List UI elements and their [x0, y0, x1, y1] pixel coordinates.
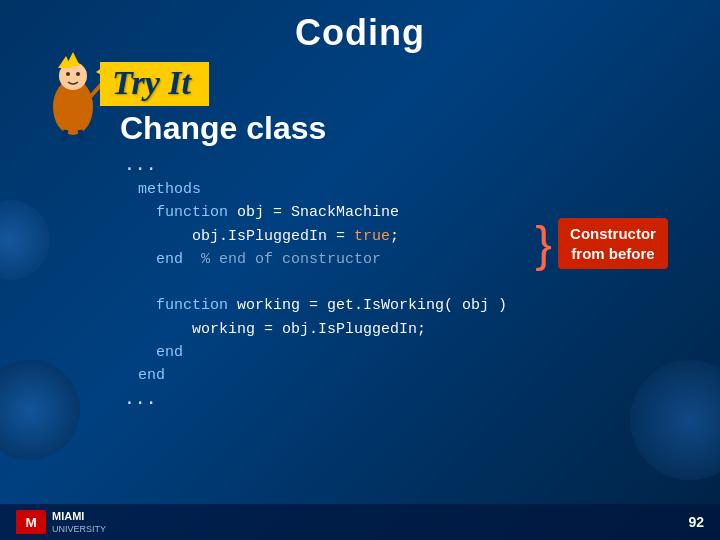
- code-semicolon: ;: [390, 228, 399, 245]
- code-block: methods function obj = SnackMachine obj.…: [120, 178, 660, 387]
- code-line-6: function working = get.IsWorking( obj ): [120, 294, 660, 317]
- bottom-bar: M MIAMI UNIVERSITY 92: [0, 504, 720, 540]
- working-assign: working = obj.IsPluggedIn;: [120, 321, 426, 338]
- try-it-banner: Try It: [100, 62, 209, 106]
- working-var: working = get.IsWorking( obj ): [228, 297, 507, 314]
- comment-constructor: % end of constructor: [183, 251, 381, 268]
- change-class-heading: Change class: [120, 110, 660, 147]
- function-keyword-2: function: [120, 297, 228, 314]
- methods-keyword: methods: [120, 181, 201, 198]
- try-it-label: Try It: [112, 64, 191, 101]
- dots-bottom: ...: [124, 387, 660, 408]
- code-line-1: methods: [120, 178, 660, 201]
- slide-title: Coding: [295, 12, 425, 53]
- function-keyword-1: function: [120, 204, 228, 221]
- code-line-5: [120, 271, 660, 294]
- true-value: true: [354, 228, 390, 245]
- end-keyword-3: end: [120, 367, 165, 384]
- svg-text:M: M: [25, 515, 36, 530]
- brace-icon: }: [535, 219, 552, 269]
- end-keyword-1: end: [120, 251, 183, 268]
- var-obj: obj = SnackMachine: [228, 204, 399, 221]
- code-obj-isplugged: obj.IsPluggedIn =: [120, 228, 354, 245]
- slide-container: Coding Try It: [0, 0, 720, 540]
- page-number: 92: [688, 514, 704, 530]
- annotation-line2: from before: [571, 245, 654, 262]
- end-keyword-2: end: [120, 344, 183, 361]
- code-line-9: end: [120, 364, 660, 387]
- code-line-7: working = obj.IsPluggedIn;: [120, 318, 660, 341]
- annotation-box: Constructor from before: [558, 218, 668, 269]
- university-name: MIAMI UNIVERSITY: [52, 510, 106, 533]
- dots-top: ...: [124, 153, 660, 174]
- code-line-8: end: [120, 341, 660, 364]
- annotation-line1: Constructor: [570, 225, 656, 242]
- annotation-area: } Constructor from before: [535, 218, 668, 269]
- university-sub-text: UNIVERSITY: [52, 524, 106, 534]
- logo-area: M MIAMI UNIVERSITY: [16, 510, 106, 534]
- university-name-text: MIAMI: [52, 510, 106, 523]
- university-logo-icon: M: [16, 510, 46, 534]
